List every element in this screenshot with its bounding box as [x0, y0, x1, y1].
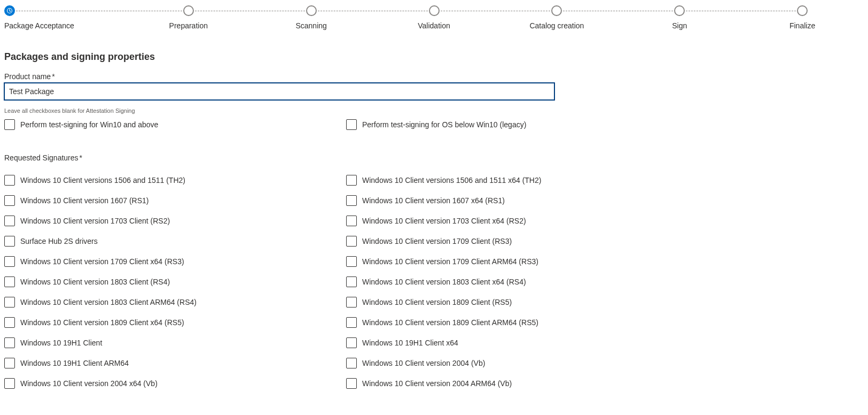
signature-label: Windows 10 Client version 2004 ARM64 (Vb… — [362, 379, 512, 388]
checkbox-icon — [346, 256, 357, 267]
signature-checkbox-row[interactable]: Windows 10 19H1 Client ARM64 — [4, 358, 346, 368]
signature-label: Windows 10 Client version 1607 (RS1) — [20, 196, 148, 205]
signature-checkbox-row[interactable]: Windows 10 Client version 1709 Client (R… — [346, 236, 688, 247]
checkbox-icon — [346, 337, 357, 348]
signature-checkbox-row[interactable]: Surface Hub 2S drivers — [4, 236, 346, 247]
signature-checkbox-row[interactable]: Windows 10 Client versions 1506 and 1511… — [4, 175, 346, 186]
signature-label: Windows 10 Client version 1607 x64 (RS1) — [362, 196, 505, 205]
stepper-connector — [195, 11, 305, 11]
signature-checkbox-row[interactable]: Windows 10 Client version 2004 (Vb) — [346, 358, 688, 368]
signature-checkbox-row[interactable]: Windows 10 Client version 1809 Client x6… — [4, 317, 346, 328]
checkbox-icon — [4, 317, 15, 328]
signature-checkbox-row[interactable]: Windows 10 19H1 Client — [4, 337, 346, 348]
wizard-step-label: Scanning — [295, 21, 326, 30]
wizard-step-label: Sign — [672, 21, 687, 30]
signature-checkbox-row[interactable]: Windows 10 Client version 2004 ARM64 (Vb… — [346, 378, 688, 389]
wizard-step-label: Catalog creation — [529, 21, 584, 30]
signature-checkbox-row[interactable]: Windows 10 Client versions 1506 and 1511… — [346, 175, 688, 186]
wizard-step[interactable]: Scanning — [250, 5, 373, 30]
step-circle-icon — [674, 5, 685, 16]
wizard-step[interactable]: Sign — [618, 5, 741, 30]
signature-label: Windows 10 Client version 1809 Client (R… — [362, 298, 512, 306]
stepper-connector — [686, 11, 796, 11]
signature-checkbox-row[interactable]: Windows 10 Client version 2004 x64 (Vb) — [4, 378, 346, 389]
signature-checkbox-row[interactable]: Windows 10 Client version 1809 Client (R… — [346, 297, 688, 308]
signature-label: Windows 10 Client version 1809 Client AR… — [362, 318, 538, 327]
wizard-step[interactable]: Finalize — [741, 5, 864, 30]
checkbox-icon — [4, 276, 15, 287]
stepper-connector — [563, 11, 673, 11]
signature-checkbox-row[interactable]: Windows 10 Client version 1703 Client (R… — [4, 216, 346, 226]
wizard-step[interactable]: Validation — [373, 5, 496, 30]
checkbox-icon — [346, 175, 357, 186]
step-circle-icon — [183, 5, 194, 16]
step-circle-icon — [306, 5, 317, 16]
required-star-icon: * — [52, 72, 54, 81]
checkbox-icon — [4, 236, 15, 247]
test-sign-win10-checkbox-row[interactable]: Perform test-signing for Win10 and above — [4, 119, 346, 130]
wizard-step-label: Finalize — [789, 21, 815, 30]
signature-label: Windows 10 Client version 1703 Client x6… — [362, 217, 526, 225]
stepper-connector — [318, 11, 428, 11]
signature-label: Windows 10 19H1 Client ARM64 — [20, 359, 129, 367]
wizard-step-label: Validation — [418, 21, 450, 30]
step-circle-icon — [551, 5, 562, 16]
stepper-connector — [441, 11, 551, 11]
checkbox-icon — [4, 216, 15, 226]
signature-label: Windows 10 19H1 Client — [20, 339, 102, 347]
stepper-connector — [16, 11, 182, 11]
wizard-step-label: Package Acceptance — [4, 21, 74, 30]
signature-checkbox-row[interactable]: Windows 10 Client version 1703 Client x6… — [346, 216, 688, 226]
step-circle-icon — [797, 5, 808, 16]
checkbox-icon — [4, 378, 15, 389]
requested-signatures-label: Requested Signatures* — [4, 153, 864, 162]
signature-checkbox-row[interactable]: Windows 10 Client version 1803 Client AR… — [4, 297, 346, 308]
signature-label: Windows 10 Client versions 1506 and 1511… — [362, 176, 541, 185]
signature-checkbox-row[interactable]: Windows 10 Client version 1607 x64 (RS1) — [346, 195, 688, 206]
product-name-input[interactable] — [4, 83, 554, 100]
checkbox-icon — [346, 236, 357, 247]
checkbox-icon — [4, 337, 15, 348]
signature-checkbox-row[interactable]: Windows 10 Client version 1709 Client x6… — [4, 256, 346, 267]
signature-label: Windows 10 Client version 1803 Client AR… — [20, 298, 197, 306]
checkbox-icon — [4, 358, 15, 368]
signature-label: Windows 10 Client version 1803 Client (R… — [20, 278, 170, 286]
signature-label: Surface Hub 2S drivers — [20, 237, 98, 245]
signature-label: Windows 10 Client version 1709 Client x6… — [20, 257, 184, 266]
attestation-hint: Leave all checkboxes blank for Attestati… — [4, 107, 864, 114]
requested-signatures-text: Requested Signatures — [4, 153, 79, 162]
signature-label: Windows 10 Client version 1809 Client x6… — [20, 318, 184, 327]
signature-checkbox-row[interactable]: Windows 10 19H1 Client x64 — [346, 337, 688, 348]
wizard-stepper: Package AcceptancePreparationScanningVal… — [0, 0, 868, 30]
signature-label: Windows 10 Client version 1803 Client x6… — [362, 278, 526, 286]
checkbox-icon — [346, 297, 357, 308]
signature-checkbox-row[interactable]: Windows 10 Client version 1607 (RS1) — [4, 195, 346, 206]
section-title: Packages and signing properties — [4, 51, 864, 63]
signature-checkbox-row[interactable]: Windows 10 Client version 1803 Client x6… — [346, 276, 688, 287]
signature-checkbox-row[interactable]: Windows 10 Client version 1709 Client AR… — [346, 256, 688, 267]
test-sign-legacy-checkbox-row[interactable]: Perform test-signing for OS below Win10 … — [346, 119, 688, 130]
checkbox-icon — [346, 216, 357, 226]
wizard-step[interactable]: Preparation — [127, 5, 250, 30]
wizard-step[interactable]: Package Acceptance — [4, 5, 127, 30]
checkbox-icon — [4, 175, 15, 186]
signature-label: Windows 10 Client version 1709 Client AR… — [362, 257, 538, 266]
wizard-step[interactable]: Catalog creation — [495, 5, 618, 30]
test-sign-win10-label: Perform test-signing for Win10 and above — [20, 120, 158, 129]
step-active-icon — [4, 5, 15, 16]
checkbox-icon — [4, 195, 15, 206]
signature-checkbox-row[interactable]: Windows 10 Client version 1809 Client AR… — [346, 317, 688, 328]
checkbox-icon — [346, 195, 357, 206]
signature-checkbox-row[interactable]: Windows 10 Client version 1803 Client (R… — [4, 276, 346, 287]
step-circle-icon — [429, 5, 440, 16]
signature-label: Windows 10 Client version 1703 Client (R… — [20, 217, 170, 225]
checkbox-icon — [346, 358, 357, 368]
signature-label: Windows 10 Client version 2004 (Vb) — [362, 359, 485, 367]
signature-label: Windows 10 Client version 2004 x64 (Vb) — [20, 379, 158, 388]
wizard-step-label: Preparation — [169, 21, 208, 30]
test-sign-legacy-label: Perform test-signing for OS below Win10 … — [362, 120, 526, 129]
checkbox-icon — [4, 256, 15, 267]
checkbox-icon — [346, 317, 357, 328]
checkbox-icon — [346, 378, 357, 389]
required-star-icon: * — [80, 153, 82, 162]
